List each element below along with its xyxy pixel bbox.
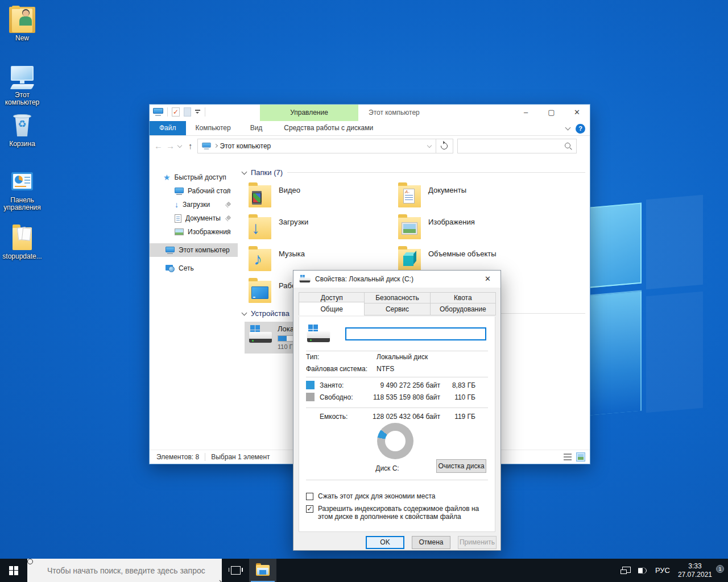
pin-icon: [225, 215, 231, 222]
close-icon[interactable]: ✕: [475, 271, 500, 288]
maximize-button[interactable]: ▢: [539, 105, 564, 121]
desktop-icon: [175, 188, 184, 195]
computer-icon[interactable]: [153, 108, 163, 116]
selection-count: Выбран 1 элемент: [211, 453, 270, 461]
index-checkbox-row[interactable]: Разрешить индексировать содержимое файло…: [306, 505, 489, 521]
this-pc-icon: [166, 247, 175, 254]
explorer-search-input[interactable]: [458, 139, 576, 153]
large-icons-view-icon[interactable]: [576, 452, 585, 462]
sidebar-item-documents[interactable]: Документы: [150, 211, 238, 225]
folder-tile-downloads[interactable]: ↓ Загрузки: [247, 214, 389, 243]
task-view-button[interactable]: [222, 559, 249, 582]
folders-group-header[interactable]: Папки (7): [242, 168, 585, 177]
control-panel-icon: [9, 169, 35, 195]
start-button[interactable]: [0, 559, 27, 582]
folder-tile-label: Изображения: [428, 218, 475, 243]
desktop-icon-this-pc[interactable]: Этот компьютер: [0, 64, 44, 106]
refresh-button[interactable]: [436, 139, 453, 153]
language-indicator[interactable]: РУС: [655, 566, 670, 575]
tab-hardware[interactable]: Оборудование: [430, 303, 496, 315]
details-view-icon[interactable]: [564, 452, 573, 462]
compress-checkbox-row[interactable]: Сжать этот диск для экономии места: [306, 492, 489, 500]
recent-locations-chevron-icon[interactable]: [177, 143, 182, 147]
address-location-icon: [202, 143, 210, 149]
desktop-icon-stopupdate[interactable]: stopupdate...: [0, 225, 44, 260]
cube-overlay-icon: [403, 256, 413, 266]
drive-icon: [300, 275, 311, 283]
explorer-search-box[interactable]: [457, 139, 577, 153]
clock[interactable]: 3:33 27.07.2021: [678, 562, 712, 579]
address-dropdown-chevron-icon[interactable]: [427, 143, 431, 147]
filesystem-label: Файловая система:: [306, 365, 367, 373]
logo-pane: [646, 292, 703, 413]
sidebar-item-pictures[interactable]: Изображения: [150, 225, 238, 239]
desktop-icon-new[interactable]: New: [0, 7, 44, 42]
divider: [306, 480, 488, 480]
volume-label-input[interactable]: [345, 327, 486, 340]
taskbar-search-box[interactable]: [27, 559, 222, 582]
sidebar-item-network[interactable]: Сеть: [150, 261, 238, 275]
apply-button[interactable]: Применить: [458, 536, 497, 549]
desktop-icon-label: Панель управления: [0, 197, 44, 211]
pin-icon: [225, 188, 231, 194]
close-button[interactable]: ✕: [564, 105, 590, 121]
system-tray: РУС 3:33 27.07.2021 1: [621, 559, 728, 582]
taskbar: РУС 3:33 27.07.2021 1: [0, 559, 728, 582]
sidebar-item-label: Загрузки: [183, 201, 210, 209]
collapse-chevron-icon[interactable]: [242, 310, 247, 315]
task-view-icon: [231, 566, 241, 575]
tab-tools[interactable]: Сервис: [364, 303, 430, 315]
sidebar-item-desktop[interactable]: Рабочий стол: [150, 184, 238, 198]
address-bar[interactable]: Этот компьютер: [197, 139, 436, 153]
compress-checkbox[interactable]: [306, 493, 313, 500]
collapse-chevron-icon[interactable]: [242, 169, 247, 174]
tab-security[interactable]: Безопасность: [364, 292, 430, 303]
folder-tile-pictures[interactable]: Изображения: [396, 214, 539, 243]
tab-file[interactable]: Файл: [150, 121, 186, 135]
capacity-size: 119 ГБ: [444, 413, 475, 421]
disk-cleanup-button[interactable]: Очистка диска: [436, 459, 486, 473]
monitor-overlay-icon: [251, 286, 268, 299]
clock-date: 27.07.2021: [678, 571, 712, 579]
ok-button[interactable]: OK: [366, 536, 404, 549]
recycle-bin-icon: ♻: [9, 113, 35, 139]
this-pc-icon: [9, 64, 35, 90]
network-icon[interactable]: [621, 567, 630, 574]
tab-computer[interactable]: Компьютер: [186, 121, 241, 135]
used-label: Занято:: [320, 381, 344, 389]
desktop-icon-control-panel[interactable]: Панель управления: [0, 169, 44, 211]
properties-shortcut-icon[interactable]: [172, 107, 180, 117]
cancel-button[interactable]: Отмена: [412, 536, 450, 549]
minimize-button[interactable]: –: [513, 105, 539, 121]
contextual-tab-header[interactable]: Управление: [260, 105, 358, 121]
index-checkbox-label: Разрешить индексировать содержимое файло…: [318, 505, 489, 521]
sidebar-item-this-pc[interactable]: Этот компьютер: [150, 243, 238, 257]
up-icon[interactable]: ↑: [188, 141, 193, 151]
explorer-titlebar[interactable]: Управление Этот компьютер – ▢ ✕: [150, 105, 590, 121]
forward-icon[interactable]: →: [166, 141, 175, 151]
sidebar-item-quick-access[interactable]: ★ Быстрый доступ: [150, 171, 238, 184]
tab-view[interactable]: Вид: [241, 121, 272, 135]
taskbar-search-input[interactable]: [47, 566, 215, 575]
help-icon[interactable]: ?: [576, 124, 585, 134]
taskbar-explorer-button[interactable]: [249, 559, 276, 582]
tab-general[interactable]: Общие: [299, 302, 365, 315]
index-checkbox[interactable]: [306, 505, 313, 513]
customize-toolbar-icon[interactable]: [195, 109, 201, 115]
desktop-icon-recycle-bin[interactable]: ♻ Корзина: [0, 113, 44, 148]
new-folder-shortcut-icon[interactable]: [184, 107, 191, 117]
ribbon-expand-chevron-icon[interactable]: [565, 125, 571, 131]
sidebar-item-downloads[interactable]: ↓ Загрузки: [150, 198, 238, 211]
sidebar-item-label: Быстрый доступ: [175, 173, 226, 181]
tab-drive-tools[interactable]: Средства работы с дисками: [274, 121, 383, 135]
breadcrumb[interactable]: Этот компьютер: [220, 142, 271, 150]
compress-checkbox-label: Сжать этот диск для экономии места: [318, 492, 435, 500]
tab-quota[interactable]: Квота: [430, 292, 496, 303]
folder-tile-video[interactable]: Видео: [247, 182, 389, 211]
speaker-icon[interactable]: [638, 567, 647, 575]
folder-tile-documents[interactable]: Документы: [396, 182, 539, 211]
back-icon[interactable]: ←: [154, 141, 163, 151]
capacity-bytes: 128 025 432 064 байт: [348, 413, 440, 421]
dialog-titlebar[interactable]: Свойства: Локальный диск (C:) ✕: [293, 271, 500, 288]
free-size: 110 ГБ: [444, 393, 475, 401]
